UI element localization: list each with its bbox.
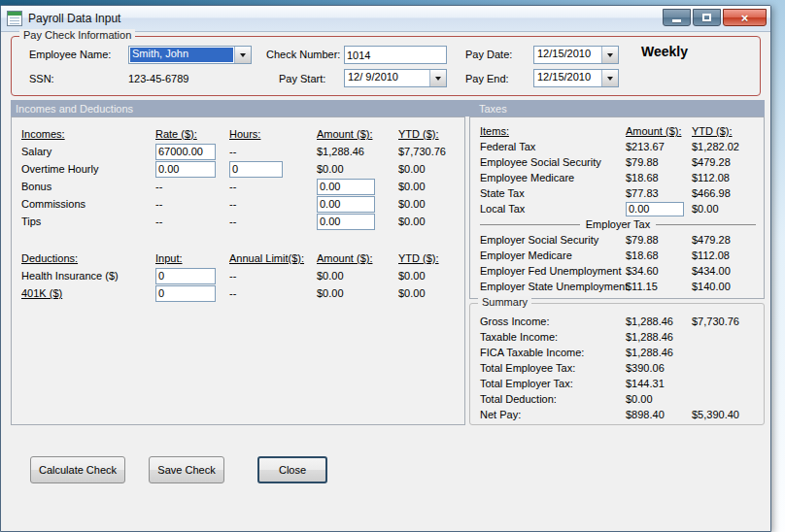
pay-frequency-label: Weekly [641,44,688,59]
deduction-row-health-insurance: Health Insurance ($) -- $0.00 $0.00 [21,267,464,284]
tax-amount: $11.15 [626,281,692,292]
overtime-hours-input[interactable] [229,161,283,178]
tax-ytd: $140.00 [692,281,756,292]
summary-name: Taxable Income: [480,331,626,343]
summary-name: Net Pay: [480,409,626,420]
incomes-section-header: Incomes and Deductions [11,103,469,115]
taxes-panel: Items: Amount ($): YTD ($): Federal Tax … [469,116,765,299]
window-controls: × [663,6,767,26]
401k-link[interactable]: 401K ($) [21,287,155,299]
calculate-check-button[interactable]: Calculate Check [30,456,125,483]
tax-ytd: $1,282.02 [692,141,756,152]
chevron-down-icon [607,53,613,57]
tax-amount: $77.83 [626,187,692,199]
summary-amount: $390.06 [626,362,692,374]
paycheck-info-group-label: Pay Check Information [19,29,135,41]
summary-ytd: $5,390.40 [692,409,756,420]
amount-col-header: Amount ($): [626,125,692,137]
401k-input[interactable] [155,285,216,302]
pay-end-picker[interactable]: 12/15/2010 [533,69,619,87]
close-button[interactable]: Close [257,456,327,483]
deduction-ytd: $0.00 [398,287,464,299]
pay-end-value: 12/15/2010 [534,70,601,86]
pay-start-dropdown-button[interactable] [429,70,446,86]
employee-name-dropdown-button[interactable] [234,47,251,63]
income-name: Overtime Hourly [21,163,155,175]
maximize-button[interactable] [693,9,721,26]
pay-start-label: Pay Start: [279,73,325,84]
close-window-button[interactable]: × [723,9,767,26]
income-row-tips: Tips -- -- $0.00 [21,213,464,230]
payroll-window: Payroll Data Input × Pay Check Informati… [0,5,771,532]
incomes-col-header: Incomes: [21,128,155,140]
tax-ytd: $479.28 [692,234,756,246]
tax-ytd: $112.08 [692,172,756,183]
minimize-button[interactable] [663,9,691,26]
summary-name: Total Deduction: [480,393,626,405]
income-ytd: $0.00 [398,181,464,192]
summary-name: Total Employee Tax: [480,362,626,374]
tax-row-employer-medicare: Employer Medicare $18.68 $112.08 [480,248,756,263]
tax-row-employer-fed-unemployment: Employer Fed Unemployment $34.60 $434.00 [480,263,756,279]
chevron-down-icon [240,53,246,57]
employer-tax-divider: Employer Tax [480,216,756,232]
deduction-row-401k: 401K ($) -- $0.00 $0.00 [21,284,464,302]
pay-start-picker[interactable]: 12/ 9/2010 [344,69,447,87]
tax-row-employee-ss: Employee Social Security $79.88 $479.28 [480,154,756,170]
deduction-ytd: $0.00 [398,270,464,282]
pay-end-dropdown-button[interactable] [601,70,618,86]
tax-row-employer-ss: Employer Social Security $79.88 $479.28 [480,232,756,248]
minimize-icon [672,19,681,22]
commissions-amount-input[interactable] [317,196,375,213]
summary-row-taxable: Taxable Income: $1,288.46 [480,329,756,345]
divider-line [656,224,756,225]
income-ytd: $0.00 [398,216,464,227]
salary-rate-input[interactable] [155,144,216,160]
paycheck-info-groupbox: Pay Check Information Employee Name: Smi… [11,36,761,96]
income-name: Tips [21,216,155,227]
tax-row-federal: Federal Tax $213.67 $1,282.02 [480,139,756,154]
pay-date-value: 12/15/2010 [534,47,601,63]
tax-row-employer-state-unemployment: Employer State Unemployment $11.15 $140.… [480,279,756,294]
pay-date-dropdown-button[interactable] [601,47,618,63]
amount-col-header: Amount ($): [317,128,398,140]
save-check-button[interactable]: Save Check [149,456,224,483]
bonus-amount-input[interactable] [317,179,375,195]
health-insurance-input[interactable] [155,268,216,284]
ytd-col-header: YTD ($): [398,252,464,264]
summary-row-total-deduction: Total Deduction: $0.00 [480,391,756,407]
income-ytd: $0.00 [398,198,464,210]
summary-groupbox: Summary Gross Income: $1,288.46 $7,730.7… [469,303,765,425]
deductions-col-header: Deductions: [21,252,155,264]
tax-amount: $79.88 [626,156,692,168]
pay-date-label: Pay Date: [465,49,512,60]
tax-name: Employee Social Security [480,156,626,168]
income-rate: -- [155,216,229,227]
check-number-input[interactable] [344,46,447,64]
employee-name-combobox[interactable]: Smith, John [128,46,252,64]
tax-ytd: $479.28 [692,156,756,168]
app-icon [7,11,22,26]
income-row-overtime: Overtime Hourly $0.00 $0.00 [21,160,464,178]
tax-amount: $79.88 [626,234,692,246]
overtime-rate-input[interactable] [155,161,216,178]
income-name: Salary [21,146,155,157]
pay-date-picker[interactable]: 12/15/2010 [533,46,619,64]
income-rate: -- [155,181,229,192]
income-hours: -- [229,198,317,210]
rate-col-header: Rate ($): [155,128,229,140]
local-tax-input[interactable] [626,202,684,216]
client-area: Pay Check Information Employee Name: Smi… [1,32,770,531]
income-row-commissions: Commissions -- -- $0.00 [21,195,464,213]
summary-ytd: $7,730.76 [692,316,756,327]
income-hours: -- [229,146,317,157]
tax-amount: $18.68 [626,249,692,261]
deductions-header-row: Deductions: Input: Annual Limit($): Amou… [21,249,464,267]
taxes-header-row: Items: Amount ($): YTD ($): [480,123,756,139]
employee-name-value: Smith, John [130,48,233,62]
close-icon: × [741,12,749,24]
summary-row-total-employee-tax: Total Employee Tax: $390.06 [480,360,756,376]
tips-amount-input[interactable] [317,214,375,230]
tax-name: State Tax [480,187,626,199]
divider-line [480,224,580,225]
